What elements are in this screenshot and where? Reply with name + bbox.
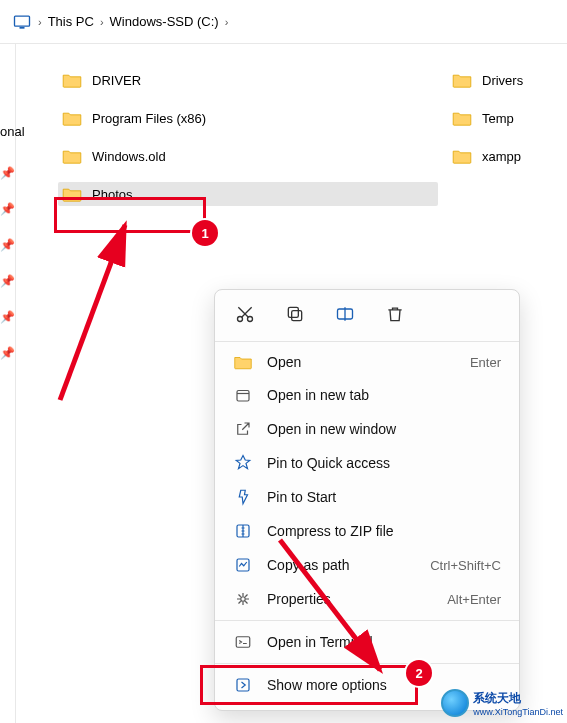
watermark-title: 系统天地 bbox=[473, 691, 521, 705]
copy-path-icon bbox=[233, 556, 253, 574]
chevron-icon: › bbox=[38, 16, 42, 28]
menu-label: Properties bbox=[267, 591, 331, 607]
annotation-badge: 2 bbox=[406, 660, 432, 686]
menu-label: Show more options bbox=[267, 677, 387, 693]
chevron-icon: › bbox=[100, 16, 104, 28]
watermark: 系统天地 www.XiTongTianDi.net bbox=[441, 689, 563, 717]
menu-hotkey: Ctrl+Shift+C bbox=[430, 558, 501, 573]
svg-point-10 bbox=[241, 597, 246, 602]
pin-start-icon bbox=[233, 488, 253, 506]
folder-label: Program Files (x86) bbox=[92, 111, 206, 126]
folder-icon bbox=[452, 72, 472, 88]
svg-rect-7 bbox=[237, 391, 249, 402]
menu-label: Copy as path bbox=[267, 557, 350, 573]
pin-icon[interactable]: 📌 bbox=[0, 310, 15, 324]
globe-icon bbox=[441, 689, 469, 717]
folder-icon bbox=[452, 110, 472, 126]
pin-icon[interactable]: 📌 bbox=[0, 274, 15, 288]
breadcrumb-drive[interactable]: Windows-SSD (C:) bbox=[110, 14, 219, 29]
tab-icon bbox=[233, 386, 253, 404]
cut-icon[interactable] bbox=[235, 304, 255, 327]
menu-label: Open in new window bbox=[267, 421, 396, 437]
folder-open-icon bbox=[233, 354, 253, 370]
this-pc-icon bbox=[12, 12, 32, 32]
pin-icon[interactable]: 📌 bbox=[0, 202, 15, 216]
annotation-badge: 1 bbox=[192, 220, 218, 246]
open-external-icon bbox=[233, 420, 253, 438]
svg-rect-4 bbox=[292, 311, 302, 321]
folder-item[interactable]: Drivers bbox=[448, 68, 567, 92]
folder-item[interactable]: Program Files (x86) bbox=[58, 106, 398, 130]
pin-icon[interactable]: 📌 bbox=[0, 346, 15, 360]
pin-icon[interactable]: 📌 bbox=[0, 238, 15, 252]
breadcrumb-root[interactable]: This PC bbox=[48, 14, 94, 29]
svg-rect-5 bbox=[288, 307, 298, 317]
folder-label: DRIVER bbox=[92, 73, 141, 88]
menu-label: Open in new tab bbox=[267, 387, 369, 403]
pin-icon[interactable]: 📌 bbox=[0, 166, 15, 180]
context-toolbar bbox=[215, 298, 519, 337]
pin-icon bbox=[233, 454, 253, 472]
content-area: DRIVER Program Files (x86) Windows.old P… bbox=[16, 44, 567, 723]
folder-item[interactable]: Windows.old bbox=[58, 144, 398, 168]
menu-properties[interactable]: Properties Alt+Enter bbox=[215, 582, 519, 616]
chevron-icon: › bbox=[225, 16, 229, 28]
folder-icon bbox=[62, 110, 82, 126]
menu-label: Open bbox=[267, 354, 301, 370]
menu-label: Open in Terminal bbox=[267, 634, 373, 650]
folder-item[interactable]: DRIVER bbox=[58, 68, 398, 92]
menu-pin-quick[interactable]: Pin to Quick access bbox=[215, 446, 519, 480]
folder-label: xampp bbox=[482, 149, 521, 164]
sidebar: onal 📌 📌 📌 📌 📌 📌 bbox=[0, 44, 16, 723]
folder-label: Windows.old bbox=[92, 149, 166, 164]
menu-open-window[interactable]: Open in new window bbox=[215, 412, 519, 446]
menu-open[interactable]: Open Enter bbox=[215, 346, 519, 378]
menu-label: Pin to Quick access bbox=[267, 455, 390, 471]
menu-hotkey: Enter bbox=[470, 355, 501, 370]
folder-icon bbox=[62, 148, 82, 164]
more-options-icon bbox=[233, 676, 253, 694]
svg-rect-0 bbox=[15, 16, 30, 26]
terminal-icon bbox=[233, 633, 253, 651]
menu-open-tab[interactable]: Open in new tab bbox=[215, 378, 519, 412]
menu-pin-start[interactable]: Pin to Start bbox=[215, 480, 519, 514]
svg-rect-12 bbox=[237, 679, 249, 691]
folder-item[interactable]: xampp bbox=[448, 144, 567, 168]
menu-hotkey: Alt+Enter bbox=[447, 592, 501, 607]
watermark-sub: www.XiTongTianDi.net bbox=[473, 707, 563, 717]
delete-icon[interactable] bbox=[385, 304, 405, 327]
menu-copy-path[interactable]: Copy as path Ctrl+Shift+C bbox=[215, 548, 519, 582]
menu-label: Pin to Start bbox=[267, 489, 336, 505]
folder-icon bbox=[62, 186, 82, 202]
svg-rect-1 bbox=[20, 27, 25, 29]
folder-icon bbox=[452, 148, 472, 164]
svg-rect-11 bbox=[236, 637, 250, 648]
context-menu: Open Enter Open in new tab Open in new w… bbox=[214, 289, 520, 711]
folder-item-selected[interactable]: Photos bbox=[58, 182, 438, 206]
breadcrumb: › This PC › Windows-SSD (C:) › bbox=[0, 0, 567, 44]
menu-compress[interactable]: Compress to ZIP file bbox=[215, 514, 519, 548]
folder-label: Temp bbox=[482, 111, 514, 126]
properties-icon bbox=[233, 590, 253, 608]
folder-label: Photos bbox=[92, 187, 132, 202]
rename-icon[interactable] bbox=[335, 304, 355, 327]
folder-icon bbox=[62, 72, 82, 88]
folder-item[interactable]: Temp bbox=[448, 106, 567, 130]
zip-icon bbox=[233, 522, 253, 540]
menu-label: Compress to ZIP file bbox=[267, 523, 394, 539]
folder-label: Drivers bbox=[482, 73, 523, 88]
copy-icon[interactable] bbox=[285, 304, 305, 327]
menu-terminal[interactable]: Open in Terminal bbox=[215, 625, 519, 659]
